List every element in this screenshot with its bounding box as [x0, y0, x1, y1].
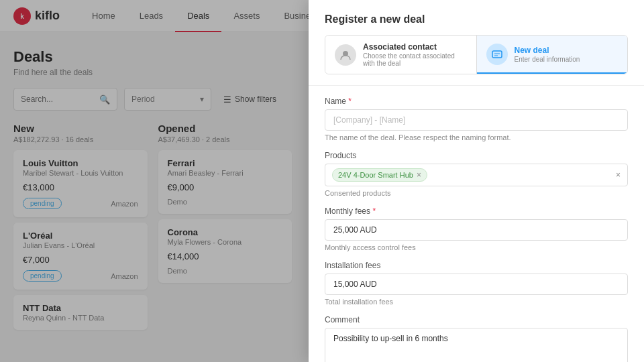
monthly-fees-input[interactable] [325, 219, 628, 241]
modal-header: Register a new deal Associated contact C… [309, 0, 644, 86]
name-hint: The name of the deal. Please respect the… [325, 133, 628, 141]
form-group-name: Name * The name of the deal. Please resp… [325, 97, 628, 141]
products-field[interactable]: 24V 4-Door Smart Hub × × [325, 164, 628, 186]
form-group-comment: Comment Possibility to up-sell in 6 mont… [325, 315, 628, 362]
register-deal-modal: Register a new deal Associated contact C… [309, 0, 644, 362]
products-hint: Consented products [325, 189, 628, 197]
installation-fees-label: Installation fees [325, 261, 628, 270]
step-label-deal: New deal [515, 46, 580, 55]
step-desc-deal: Enter deal information [515, 56, 580, 63]
comment-textarea[interactable]: Possibility to up-sell in 6 months [325, 328, 628, 362]
svg-rect-3 [492, 51, 502, 58]
product-tag-text: 24V 4-Door Smart Hub [338, 171, 413, 179]
deal-icon [486, 44, 508, 65]
main-area: Deals Find here all the deals 🔍 Period ▾… [0, 32, 644, 362]
name-label: Name * [325, 97, 628, 106]
modal-body: Name * The name of the deal. Please resp… [309, 86, 644, 362]
product-tag: 24V 4-Door Smart Hub × [332, 168, 427, 182]
step-label-contact: Associated contact [363, 42, 467, 52]
form-group-installation-fees: Installation fees Total installation fee… [325, 261, 628, 306]
monthly-fees-label: Monthly fees * [325, 206, 628, 216]
products-clear-icon[interactable]: × [616, 170, 621, 180]
step-new-deal[interactable]: New deal Enter deal information [477, 36, 628, 74]
product-tags: 24V 4-Door Smart Hub × [332, 168, 427, 182]
contact-icon [335, 44, 356, 66]
required-indicator: * [370, 206, 376, 216]
products-label: Products [325, 151, 628, 160]
form-group-monthly-fees: Monthly fees * Monthly access control fe… [325, 206, 628, 251]
steps: Associated contact Choose the contact as… [325, 35, 628, 74]
step-associated-contact[interactable]: Associated contact Choose the contact as… [325, 36, 476, 74]
step-info-deal: New deal Enter deal information [515, 46, 580, 63]
modal-title: Register a new deal [325, 13, 628, 25]
comment-label: Comment [325, 315, 628, 324]
form-group-products: Products 24V 4-Door Smart Hub × × Consen… [325, 151, 628, 197]
product-tag-remove[interactable]: × [417, 170, 421, 180]
installation-fees-input[interactable] [325, 274, 628, 295]
step-desc-contact: Choose the contact associated with the d… [363, 52, 467, 67]
name-input[interactable] [325, 109, 628, 131]
installation-fees-hint: Total installation fees [325, 298, 628, 306]
required-indicator: * [346, 97, 352, 106]
monthly-fees-hint: Monthly access control fees [325, 243, 628, 251]
step-info-contact: Associated contact Choose the contact as… [363, 42, 467, 67]
